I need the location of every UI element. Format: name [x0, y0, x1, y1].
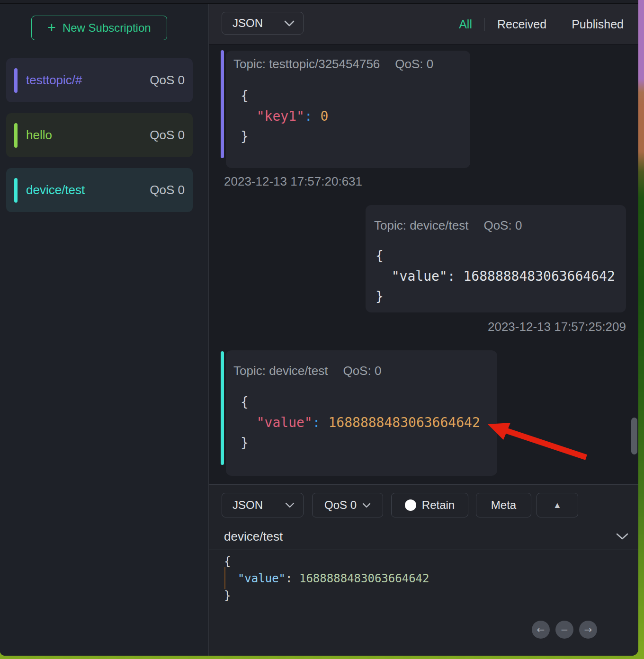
- message-topic: Topic: testtopic/325454756: [233, 57, 380, 71]
- chevron-down-icon: [362, 503, 371, 508]
- payload-format-dropdown[interactable]: JSON: [222, 12, 304, 35]
- message-payload: { "value": 1688888483063664642 }: [241, 392, 480, 453]
- publish-format-dropdown[interactable]: JSON: [222, 493, 304, 517]
- chevron-down-icon: [285, 502, 295, 508]
- clear-button[interactable]: −: [555, 621, 573, 639]
- message-topic: Topic: device/test: [374, 218, 468, 232]
- titlebar-strip: [0, 0, 638, 4]
- history-prev-button[interactable]: ←: [532, 621, 550, 639]
- publish-topic-value: device/test: [224, 529, 283, 544]
- messages-toolbar: JSON All Received Published: [209, 4, 638, 45]
- subscription-qos-badge: QoS 0: [150, 128, 185, 142]
- payload-editor-code: { "value": 1688888483063664642 }: [224, 553, 429, 604]
- subscription-accent-bar: [14, 178, 18, 203]
- subscription-qos-badge: QoS 0: [150, 183, 185, 197]
- message-list: Topic: testtopic/325454756QoS: 0 { "key1…: [209, 45, 638, 484]
- publish-format-value: JSON: [233, 499, 263, 512]
- subscription-item-device-test[interactable]: device/test QoS 0: [6, 168, 193, 212]
- arrow-right-icon: →: [584, 624, 592, 635]
- message-payload: { "key1": 0 }: [241, 86, 328, 147]
- subscription-item-hello[interactable]: hello QoS 0: [6, 113, 193, 157]
- publish-qos-dropdown[interactable]: QoS 0: [312, 493, 383, 517]
- message-qos: QoS: 0: [483, 218, 522, 232]
- message-payload: { "value": 1688888483063664642 }: [376, 246, 615, 307]
- message-bubble-received: Topic: device/testQoS: 0 { "value": 1688…: [226, 350, 497, 476]
- messages-main: JSON All Received Published Topic: testt…: [209, 4, 638, 656]
- meta-label: Meta: [491, 499, 516, 512]
- subscription-item-testtopic[interactable]: testtopic/# QoS 0: [6, 58, 193, 102]
- subscription-topic: testtopic/#: [26, 73, 82, 88]
- message-timestamp: 2023-12-13 17:57:20:631: [224, 174, 362, 189]
- subscriptions-sidebar: + New Subscription testtopic/# QoS 0 hel…: [0, 4, 209, 656]
- retain-toggle[interactable]: Retain: [391, 493, 468, 517]
- tab-all[interactable]: All: [459, 18, 472, 31]
- new-subscription-label: New Subscription: [63, 21, 151, 35]
- message-bubble-received: Topic: testtopic/325454756QoS: 0 { "key1…: [226, 51, 470, 168]
- message-qos: QoS: 0: [343, 364, 381, 378]
- history-next-button[interactable]: →: [579, 621, 597, 639]
- retain-label: Retain: [422, 499, 455, 512]
- message-bubble-published: Topic: device/testQoS: 0 { "value": 1688…: [366, 205, 626, 312]
- chevron-down-icon: [284, 20, 295, 27]
- app-window: + New Subscription testtopic/# QoS 0 hel…: [0, 0, 638, 656]
- retain-toggle-dot-icon: [405, 499, 416, 511]
- payload-format-value: JSON: [233, 17, 263, 30]
- message-list-scrollbar[interactable]: [631, 418, 637, 454]
- message-qos: QoS: 0: [395, 57, 433, 71]
- payload-editor[interactable]: { "value": 1688888483063664642 } ← − →: [209, 551, 638, 656]
- tab-divider: [559, 18, 559, 31]
- subscription-topic: device/test: [26, 183, 85, 197]
- message-topic: Topic: device/test: [233, 364, 328, 378]
- subscription-qos-badge: QoS 0: [150, 73, 185, 88]
- publish-panel: JSON QoS 0 Retain Meta ▲ device/test: [209, 484, 638, 656]
- message-filter-tabs: All Received Published: [459, 4, 624, 45]
- chevron-down-icon: [616, 533, 628, 540]
- new-subscription-button[interactable]: + New Subscription: [31, 16, 167, 40]
- publish-qos-value: QoS 0: [324, 499, 357, 512]
- message-accent-bar: [221, 351, 224, 465]
- editor-history-controls: ← − →: [532, 621, 597, 639]
- subscription-accent-bar: [14, 123, 18, 148]
- subscription-accent-bar: [14, 68, 18, 93]
- message-accent-bar: [221, 50, 224, 158]
- collapse-panel-button[interactable]: ▲: [537, 493, 578, 517]
- plus-icon: +: [47, 20, 56, 35]
- minus-icon: −: [561, 624, 569, 635]
- arrow-left-icon: ←: [537, 624, 545, 635]
- tab-received[interactable]: Received: [497, 18, 546, 31]
- tab-divider: [484, 18, 485, 31]
- chevron-up-icon: ▲: [553, 500, 562, 510]
- publish-topic-input[interactable]: device/test: [209, 524, 638, 550]
- message-timestamp: 2023-12-13 17:57:25:209: [488, 320, 626, 334]
- subscription-topic: hello: [26, 128, 52, 142]
- tab-published[interactable]: Published: [572, 18, 624, 31]
- meta-button[interactable]: Meta: [476, 493, 531, 517]
